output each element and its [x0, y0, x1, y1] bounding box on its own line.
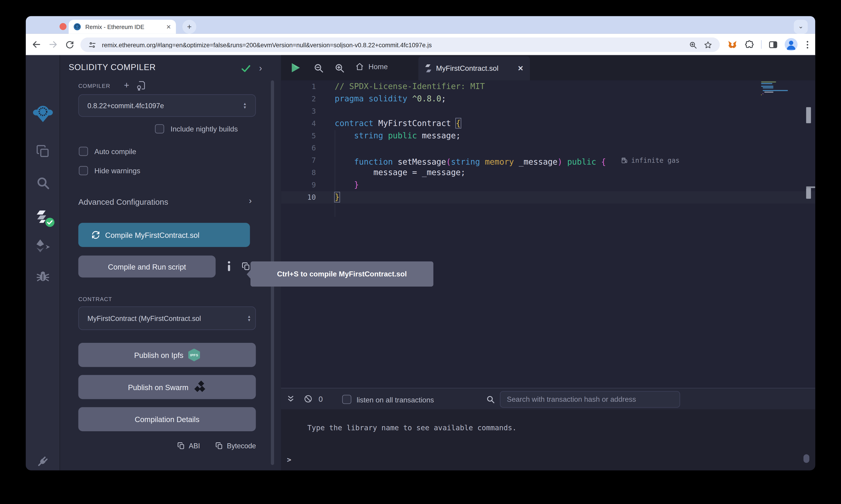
hide-warnings-checkbox[interactable] — [79, 166, 88, 175]
search-icon[interactable] — [35, 176, 50, 190]
screenshot-root: Remix - Ethereum IDE ✕ + ⌄ remix.ethereu… — [0, 0, 841, 504]
bytecode-label[interactable]: Bytecode — [227, 442, 256, 450]
terminal-search-icon — [486, 395, 495, 404]
code-line-7[interactable]: 7 function setMessage(string memory _mes… — [281, 154, 816, 167]
code-line-4[interactable]: 4contract MyFirstContract { — [281, 117, 816, 130]
code-editor[interactable]: 1// SPDX-License-Identifier: MIT2pragma … — [281, 80, 816, 388]
site-settings-icon[interactable] — [88, 40, 97, 49]
extensions-icon[interactable] — [744, 40, 755, 50]
select-stepper-icon: ▲▼ — [243, 102, 246, 109]
line-number: 7 — [281, 154, 316, 167]
line-number: 6 — [281, 142, 316, 154]
editor-scrollbar-thumb[interactable] — [806, 107, 811, 123]
compilation-details-label: Compilation Details — [135, 415, 200, 424]
code-line-8[interactable]: 8 message = _message; — [281, 167, 816, 179]
copy-abi-icon[interactable] — [177, 442, 185, 450]
listen-transactions-checkbox[interactable] — [342, 395, 351, 404]
new-tab-button[interactable]: + — [182, 20, 196, 34]
terminal-output[interactable]: Type the library name to see available c… — [281, 409, 816, 470]
code-line-3[interactable]: 3 — [281, 105, 816, 117]
code-line-10[interactable]: 10} — [281, 191, 816, 204]
profile-avatar[interactable] — [785, 38, 797, 51]
nightly-builds-checkbox[interactable] — [155, 124, 164, 133]
compilation-details-button[interactable]: Compilation Details — [79, 407, 256, 431]
browser-titlebar: Remix - Ethereum IDE ✕ + ⌄ — [26, 16, 816, 34]
panel-collapse-chevron-icon[interactable]: › — [259, 63, 262, 74]
browser-tab[interactable]: Remix - Ethereum IDE ✕ — [69, 20, 176, 34]
license-icon[interactable] — [136, 81, 145, 90]
clear-console-icon[interactable] — [304, 394, 313, 403]
compiled-check-badge — [45, 218, 54, 227]
solidity-compiler-panel: SOLIDITY COMPILER › COMPILER + 0.8.22+co… — [60, 55, 281, 470]
forward-icon[interactable] — [48, 40, 58, 49]
line-number: 1 — [281, 80, 316, 93]
compiler-version-select[interactable]: 0.8.22+commit.4fc1097e ▲▼ — [79, 94, 256, 117]
add-compiler-icon[interactable]: + — [124, 80, 129, 91]
code-line-2[interactable]: 2pragma solidity ^0.8.0; — [281, 93, 816, 105]
sidebar-toggle-icon[interactable] — [768, 40, 778, 50]
line-number: 10 — [281, 191, 316, 204]
compile-button-label: Compile MyFirstContract.sol — [105, 231, 200, 239]
deploy-run-icon[interactable] — [35, 238, 51, 253]
back-icon[interactable] — [32, 40, 41, 49]
publish-swarm-label: Publish on Swarm — [128, 383, 189, 392]
browser-menu-icon[interactable] — [802, 40, 813, 50]
publish-ipfs-button[interactable]: Publish on Ipfs IPFS — [79, 343, 256, 367]
reload-icon[interactable] — [65, 40, 74, 49]
terminal: 0 listen on all transactions Type the li… — [281, 388, 816, 470]
terminal-message: Type the library name to see available c… — [307, 423, 517, 432]
tab-close-icon[interactable]: ✕ — [166, 23, 171, 30]
debugger-icon[interactable] — [35, 268, 50, 284]
compile-button[interactable]: Compile MyFirstContract.sol — [79, 223, 250, 247]
collapse-terminal-icon[interactable] — [286, 394, 295, 403]
plugin-manager-icon[interactable] — [35, 454, 50, 469]
run-script-play-icon[interactable] — [291, 63, 300, 73]
metamask-extension-icon[interactable] — [727, 40, 737, 50]
url-input[interactable]: remix.ethereum.org/#lang=en&optimize=fal… — [102, 41, 689, 48]
code-line-9[interactable]: 9 } — [281, 179, 816, 191]
terminal-search-input[interactable] — [500, 391, 680, 408]
browser-toolbar: remix.ethereum.org/#lang=en&optimize=fal… — [26, 34, 816, 55]
copy-bytecode-icon[interactable] — [215, 442, 223, 450]
activity-bar — [26, 55, 60, 470]
zoom-in-icon[interactable] — [334, 63, 345, 73]
solidity-compiler-icon[interactable] — [34, 209, 51, 226]
code-line-1[interactable]: 1// SPDX-License-Identifier: MIT — [281, 80, 816, 93]
file-explorer-icon[interactable] — [35, 144, 50, 158]
compile-tooltip: Ctrl+S to compile MyFirstContract.sol — [251, 262, 433, 286]
advanced-chevron-icon[interactable]: › — [249, 196, 252, 206]
gas-pump-icon — [621, 157, 628, 164]
swarm-icon — [193, 381, 206, 393]
code-line-5[interactable]: 5 string public message; — [281, 130, 816, 142]
bookmark-star-icon[interactable] — [704, 40, 713, 49]
editor-scrollbar-mark — [806, 188, 811, 199]
code-lines: 1// SPDX-License-Identifier: MIT2pragma … — [281, 80, 816, 204]
close-file-tab-icon[interactable]: ✕ — [518, 65, 524, 72]
contract-select[interactable]: MyFirstContract (MyFirstContract.sol ▲▼ — [79, 306, 256, 330]
url-bar[interactable]: remix.ethereum.org/#lang=en&optimize=fal… — [81, 37, 720, 52]
auto-compile-checkbox[interactable] — [79, 147, 88, 156]
info-icon[interactable] — [225, 261, 233, 272]
tab-myfirstcontract[interactable]: MyFirstContract.sol ✕ — [418, 56, 530, 80]
editor-tabbar: Home MyFirstContract.sol ✕ — [281, 55, 816, 80]
auto-compile-label: Auto compile — [95, 148, 136, 156]
compile-and-run-button[interactable]: Compile and Run script — [79, 255, 216, 277]
minimap[interactable] — [761, 82, 807, 96]
tab-list-chevron-icon[interactable]: ⌄ — [794, 20, 808, 34]
zoom-out-icon[interactable] — [313, 63, 324, 73]
remix-app: SOLIDITY COMPILER › COMPILER + 0.8.22+co… — [26, 55, 816, 470]
close-window-button[interactable] — [59, 23, 67, 30]
publish-swarm-button[interactable]: Publish on Swarm — [79, 375, 256, 399]
advanced-configurations-toggle[interactable]: Advanced Configurations — [79, 197, 168, 206]
hide-warnings-label: Hide warnings — [95, 167, 140, 175]
terminal-scrollbar-thumb[interactable] — [804, 454, 809, 463]
compile-and-run-label: Compile and Run script — [108, 262, 186, 271]
tab-title: Remix - Ethereum IDE — [85, 23, 166, 30]
abi-label[interactable]: ABI — [189, 442, 200, 450]
zoom-page-icon[interactable] — [689, 40, 697, 49]
compile-success-check-icon — [241, 65, 251, 72]
code-line-6[interactable]: 6 — [281, 142, 816, 154]
tab-home[interactable]: Home — [355, 62, 388, 71]
home-icon — [355, 62, 364, 71]
solidity-file-icon — [425, 64, 432, 73]
